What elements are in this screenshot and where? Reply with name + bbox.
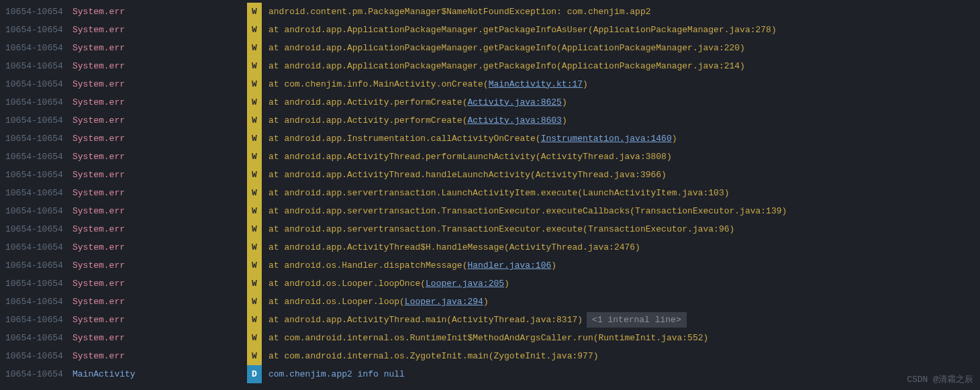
- log-line: 10654-10654System.errW at android.app.Ac…: [5, 311, 975, 329]
- log-message: at android.app.ApplicationPackageManager…: [268, 23, 777, 37]
- log-line: 10654-10654System.errW at android.app.Ac…: [5, 93, 975, 111]
- pid: 10654-10654: [5, 295, 72, 309]
- log-message: at android.os.Handler.dispatchMessage(Ha…: [268, 259, 556, 273]
- logcat-output: 10654-10654System.errWandroid.content.pm…: [5, 3, 975, 383]
- pid: 10654-10654: [5, 350, 72, 363]
- log-line: 10654-10654System.errW at com.chenjim.in…: [5, 75, 975, 93]
- log-line: 10654-10654System.errW at android.app.In…: [5, 130, 975, 148]
- message-text: at android.app.ApplicationPackageManager…: [268, 25, 777, 35]
- log-level-W: W: [247, 202, 262, 220]
- pid: 10654-10654: [5, 332, 72, 345]
- log-message: at android.app.ActivityThread.main(Activ…: [268, 313, 583, 327]
- pid: 10654-10654: [5, 313, 72, 327]
- message-text: ): [583, 79, 588, 89]
- log-line: 10654-10654System.errW at android.app.Ac…: [5, 111, 975, 130]
- log-message: at android.app.servertransaction.LaunchA…: [268, 187, 730, 200]
- log-line: 10654-10654System.errW at android.app.Ac…: [5, 148, 975, 166]
- log-line: 10654-10654System.errW at android.os.Loo…: [5, 293, 975, 311]
- log-message: at com.android.internal.os.RuntimeInit$M…: [268, 332, 708, 345]
- log-level-W: W: [247, 293, 262, 311]
- message-text: at android.app.ActivityThread$H.handleMe…: [268, 242, 640, 252]
- message-text: ): [562, 115, 567, 126]
- log-message: at android.app.ActivityThread$H.handleMe…: [268, 241, 640, 254]
- pid: 10654-10654: [5, 205, 72, 218]
- log-message: at android.app.Instrumentation.callActiv…: [268, 132, 677, 146]
- log-message: at com.android.internal.os.ZygoteInit.ma…: [268, 350, 598, 363]
- log-line: 10654-10654System.errW at android.os.Han…: [5, 256, 975, 275]
- log-level-W: W: [247, 256, 262, 275]
- log-line: 10654-10654System.errWandroid.content.pm…: [5, 3, 975, 21]
- message-text: at android.app.Activity.performCreate(: [268, 97, 467, 107]
- log-tag: System.err: [72, 78, 247, 91]
- log-line: 10654-10654System.errW at com.android.in…: [5, 329, 975, 347]
- log-tag: System.err: [72, 223, 247, 236]
- log-line: 10654-10654System.errW at android.os.Loo…: [5, 275, 975, 293]
- source-link[interactable]: Looper.java:205: [426, 279, 504, 289]
- log-message: at android.app.ActivityThread.performLau…: [268, 150, 672, 164]
- log-message: at android.app.Activity.performCreate(Ac…: [268, 114, 567, 128]
- log-level-W: W: [247, 238, 262, 256]
- log-message: at com.chenjim.info.MainActivity.onCreat…: [268, 78, 588, 91]
- log-line: 10654-10654System.errW at android.app.Ap…: [5, 21, 975, 39]
- message-text: ): [504, 279, 509, 289]
- message-text: at android.app.servertransaction.LaunchA…: [268, 188, 730, 198]
- message-text: ): [551, 260, 556, 271]
- log-level-W: W: [247, 166, 262, 184]
- log-level-W: W: [247, 275, 262, 293]
- log-line: 10654-10654System.errW at android.app.se…: [5, 184, 975, 202]
- message-text: at android.app.ActivityThread.main(Activ…: [268, 315, 583, 325]
- log-tag: MainActivity: [72, 368, 247, 381]
- log-level-W: W: [247, 347, 262, 365]
- message-text: at android.os.Looper.loop(: [268, 297, 405, 307]
- log-message: android.content.pm.PackageManager$NameNo…: [268, 5, 651, 19]
- log-tag: System.err: [72, 114, 247, 128]
- log-level-W: W: [247, 311, 262, 329]
- message-text: android.content.pm.PackageManager$NameNo…: [268, 7, 651, 17]
- log-level-W: W: [247, 21, 262, 39]
- message-text: com.chenjim.app2 info null: [268, 369, 405, 379]
- log-message: at android.app.servertransaction.Transac…: [268, 205, 787, 218]
- log-line: 10654-10654System.errW at android.app.se…: [5, 202, 975, 220]
- log-level-W: W: [247, 220, 262, 238]
- source-link[interactable]: Instrumentation.java:1460: [541, 134, 672, 144]
- log-level-W: W: [247, 148, 262, 166]
- log-message: com.chenjim.app2 info null: [268, 368, 405, 381]
- source-link[interactable]: Looper.java:294: [405, 297, 483, 307]
- log-line: 10654-10654MainActivityDcom.chenjim.app2…: [5, 365, 975, 383]
- log-level-W: W: [247, 130, 262, 148]
- log-level-W: W: [247, 93, 262, 111]
- pid: 10654-10654: [5, 223, 72, 236]
- internal-lines-badge[interactable]: <1 internal line>: [587, 312, 687, 328]
- log-tag: System.err: [72, 277, 247, 291]
- log-tag: System.err: [72, 350, 247, 363]
- pid: 10654-10654: [5, 60, 72, 73]
- pid: 10654-10654: [5, 150, 72, 164]
- log-tag: System.err: [72, 205, 247, 218]
- source-link[interactable]: Handler.java:106: [467, 260, 551, 271]
- log-tag: System.err: [72, 168, 247, 182]
- pid: 10654-10654: [5, 368, 72, 381]
- pid: 10654-10654: [5, 277, 72, 291]
- log-tag: System.err: [72, 60, 247, 73]
- message-text: at android.app.ActivityThread.performLau…: [268, 152, 672, 162]
- message-text: ): [562, 97, 567, 107]
- log-tag: System.err: [72, 132, 247, 146]
- message-text: at android.app.servertransaction.Transac…: [268, 206, 787, 216]
- message-text: at android.app.servertransaction.Transac…: [268, 224, 734, 234]
- source-link[interactable]: MainActivity.kt:17: [489, 79, 583, 89]
- log-tag: System.err: [72, 259, 247, 273]
- pid: 10654-10654: [5, 187, 72, 200]
- log-level-D: D: [247, 365, 262, 383]
- source-link[interactable]: Activity.java:8603: [467, 115, 561, 126]
- message-text: at android.app.ApplicationPackageManager…: [268, 43, 745, 53]
- message-text: ): [672, 134, 677, 144]
- log-line: 10654-10654System.errW at com.android.in…: [5, 347, 975, 365]
- log-message: at android.app.ApplicationPackageManager…: [268, 60, 745, 73]
- log-tag: System.err: [72, 42, 247, 55]
- log-message: at android.app.servertransaction.Transac…: [268, 223, 734, 236]
- pid: 10654-10654: [5, 42, 72, 55]
- message-text: at android.app.Activity.performCreate(: [268, 115, 467, 126]
- pid: 10654-10654: [5, 241, 72, 254]
- pid: 10654-10654: [5, 114, 72, 128]
- source-link[interactable]: Activity.java:8625: [467, 97, 561, 107]
